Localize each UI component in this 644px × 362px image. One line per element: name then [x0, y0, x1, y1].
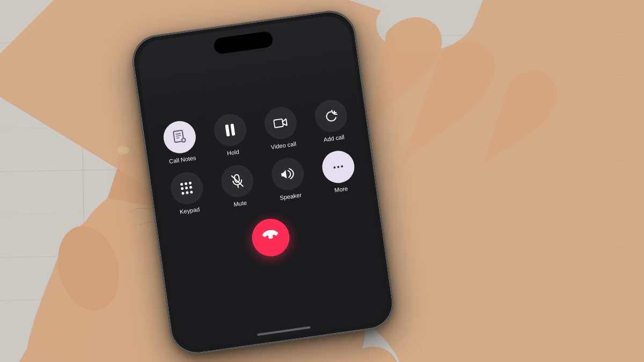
- add-call-button[interactable]: Add call: [306, 97, 357, 145]
- keypad-dot: [186, 191, 189, 194]
- add-call-icon: [323, 108, 339, 123]
- speaker-circle: [269, 156, 306, 193]
- hold-label: Hold: [226, 149, 239, 157]
- video-call-button[interactable]: Video call: [255, 104, 306, 152]
- keypad-dot: [180, 187, 184, 190]
- keypad-dot: [189, 186, 193, 189]
- keypad-dot: [184, 182, 187, 186]
- svg-point-17: [118, 146, 129, 154]
- svg-line-24: [182, 140, 185, 141]
- call-notes-circle: [161, 119, 197, 156]
- call-notes-label: Call Notes: [169, 154, 196, 165]
- more-dot-3: [341, 165, 343, 168]
- svg-line-21: [176, 138, 179, 138]
- end-call-button[interactable]: [250, 216, 292, 258]
- speaker-label: Speaker: [279, 191, 302, 201]
- hold-bar-2: [230, 124, 235, 136]
- svg-line-19: [175, 134, 180, 134]
- keypad-icon: [180, 181, 193, 195]
- more-dot-2: [337, 166, 340, 168]
- hold-circle: [211, 112, 248, 149]
- phone: Call Notes Hold: [129, 8, 397, 358]
- row-spacer: [259, 152, 260, 162]
- call-ui: Call Notes Hold: [135, 13, 391, 351]
- call-notes-icon: [171, 129, 187, 145]
- keypad-dot: [180, 183, 183, 186]
- keypad-label: Keypad: [179, 206, 200, 215]
- end-call-icon: [261, 228, 280, 247]
- hold-button[interactable]: Hold: [205, 111, 256, 159]
- add-call-circle: [313, 98, 349, 134]
- video-icon: [273, 117, 288, 129]
- mute-icon: [230, 173, 244, 189]
- more-icon: [333, 165, 343, 168]
- keypad-dot: [181, 191, 185, 195]
- speaker-button[interactable]: Speaker: [263, 155, 314, 203]
- end-call-area: [250, 216, 292, 258]
- phone-screen: Call Notes Hold: [135, 13, 391, 351]
- video-circle: [262, 105, 299, 142]
- home-indicator: [257, 326, 311, 336]
- hold-bar-1: [225, 124, 230, 137]
- svg-rect-25: [274, 119, 283, 128]
- mute-button[interactable]: Mute: [212, 162, 263, 210]
- keypad-dot: [189, 182, 192, 185]
- more-label: More: [334, 185, 348, 193]
- keypad-button[interactable]: Keypad: [162, 169, 213, 217]
- add-call-label: Add call: [323, 134, 345, 143]
- keypad-dot: [190, 190, 193, 194]
- speaker-icon: [280, 167, 295, 181]
- phone-body: Call Notes Hold: [129, 8, 397, 358]
- hold-icon: [225, 124, 235, 137]
- more-button[interactable]: More: [313, 148, 364, 196]
- mute-label: Mute: [233, 200, 247, 208]
- mute-circle: [219, 163, 255, 200]
- video-call-label: Video call: [270, 141, 297, 150]
- svg-line-20: [175, 136, 180, 136]
- call-notes-button[interactable]: Call Notes: [155, 118, 206, 166]
- more-dot-1: [333, 166, 336, 169]
- more-circle: [320, 149, 356, 185]
- svg-line-27: [333, 113, 336, 113]
- keypad-dot: [185, 187, 188, 190]
- keypad-circle: [169, 170, 205, 206]
- svg-line-29: [238, 185, 238, 188]
